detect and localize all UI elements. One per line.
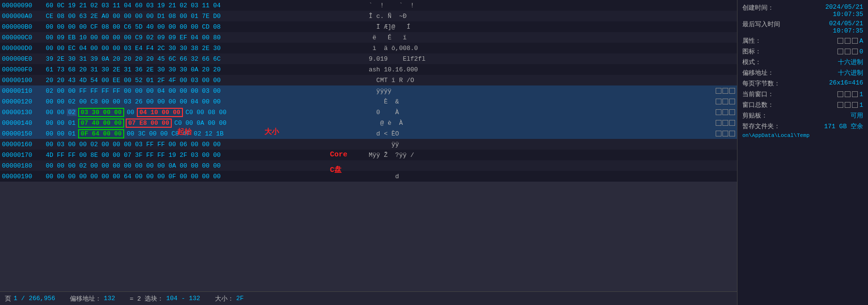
address-cell: 000000C0 bbox=[2, 34, 45, 41]
table-row[interactable]: 000000C00009EB1000000000C9020909EF040080… bbox=[0, 32, 737, 43]
byte-cell: FF bbox=[56, 152, 66, 159]
byte-cell: 00 bbox=[89, 45, 99, 52]
byte-cell: 60 bbox=[45, 2, 54, 9]
byte-cell: 00 bbox=[134, 87, 144, 95]
byte-cell: 00 bbox=[45, 130, 54, 137]
ascii-section bbox=[365, 162, 735, 169]
table-row[interactable]: 000001002020434D5400EE0052012F4F00030000… bbox=[0, 75, 737, 85]
byte-cell: 00 bbox=[201, 98, 211, 105]
address-cell: 00000100 bbox=[2, 77, 45, 84]
table-row[interactable]: 000000B000000000CF0800C65D4000000000CD08… bbox=[0, 21, 737, 32]
byte-cell: 03 bbox=[190, 152, 199, 159]
attr-value: A bbox=[859, 37, 863, 45]
selection-square bbox=[722, 120, 728, 126]
byte-cell: 00 bbox=[102, 119, 112, 127]
table-row[interactable]: 00000160000300000200000003FFFF0006000000… bbox=[0, 139, 737, 150]
table-row[interactable]: 0000012000000200C80000032600000000040000… bbox=[0, 96, 737, 107]
byte-cell: 00 bbox=[56, 23, 66, 31]
byte-cell: 00 bbox=[201, 173, 211, 180]
ascii-section: CMT î R /O bbox=[365, 77, 735, 84]
byte-cell: 38 bbox=[190, 45, 199, 52]
table-row[interactable]: 000001704DFFFF008E0000073FFFFF192F030000… bbox=[0, 150, 737, 160]
byte-cell: 02 bbox=[89, 141, 99, 148]
byte-cell: 00 bbox=[190, 173, 199, 180]
byte-cell: 00 bbox=[190, 87, 199, 95]
byte-cell: 03 bbox=[145, 2, 155, 9]
byte-cell: 00 bbox=[113, 130, 123, 137]
table-row[interactable]: 00000130000002033000000004100000C0000800… bbox=[0, 107, 737, 118]
byte-cell: 0A bbox=[190, 66, 199, 73]
selection-square bbox=[729, 109, 735, 115]
byte-cell: 00 bbox=[218, 119, 228, 127]
red-border-group: 07E80000 bbox=[126, 119, 172, 128]
byte-cell: 02 bbox=[67, 98, 77, 105]
bytes-section: 020000FFFFFFFF000000040000000300 bbox=[45, 87, 365, 95]
bytes-section: 00000200C80000032600000000040000 bbox=[45, 98, 365, 105]
table-row[interactable]: 000000E0392E3031390A20202020456C6632666C… bbox=[0, 53, 737, 64]
selection-square bbox=[729, 88, 735, 94]
table-row[interactable]: 000000F06173682031302E31362E3030300A2020… bbox=[0, 64, 737, 75]
bytes-section: 2020434D5400EE0052012F4F00030000 bbox=[45, 77, 365, 84]
byte-cell: 00 bbox=[212, 98, 222, 105]
bytes-section: 00000000000000640000000F00000000 bbox=[45, 173, 365, 180]
byte-cell: 00 bbox=[67, 13, 77, 20]
byte-cell: 6C bbox=[167, 55, 177, 63]
byte-cell: 00 bbox=[123, 141, 132, 148]
attr-square bbox=[852, 38, 858, 44]
hex-content-area[interactable]: 00000090600C1921020311046003192102031104… bbox=[0, 0, 737, 298]
byte-cell: 00 bbox=[149, 119, 159, 127]
properties-panel: 创建时间： 2024/05/2110:07:35 最后写入时间 024/05/2… bbox=[737, 0, 868, 305]
byte-cell: 00 bbox=[78, 98, 88, 105]
bytes-per-page-row: 每页字节数： 26x16=416 bbox=[742, 79, 863, 88]
byte-cell: 31 bbox=[89, 66, 99, 73]
byte-cell: 00 bbox=[134, 13, 144, 20]
mode-label: 模式： bbox=[742, 58, 781, 67]
byte-cell: 00 bbox=[161, 109, 170, 116]
byte-cell: 66 bbox=[179, 55, 188, 63]
selection-square bbox=[722, 88, 728, 94]
byte-cell: F4 bbox=[145, 45, 155, 52]
ascii-section: ÿÿ bbox=[365, 141, 735, 148]
total-window-square bbox=[845, 102, 851, 108]
byte-cell: 03 bbox=[123, 98, 132, 105]
byte-cell: 00 bbox=[145, 13, 155, 20]
table-row[interactable]: 000001400000010740000007E80000C0000A0000… bbox=[0, 118, 737, 128]
table-row[interactable]: 00000090600C1921020311046003192102031104… bbox=[0, 0, 737, 11]
byte-cell: 00 bbox=[56, 119, 66, 127]
byte-cell: 00 bbox=[167, 23, 177, 31]
byte-cell: 01 bbox=[67, 119, 77, 127]
table-row[interactable]: 000000D00000EC0400000003E4F42C3030382E30… bbox=[0, 43, 737, 53]
table-row[interactable]: 000001500000010F640000003C0000C84F02121B… bbox=[0, 128, 737, 139]
byte-cell: 63 bbox=[78, 13, 88, 20]
byte-cell: 00 bbox=[113, 119, 123, 127]
byte-cell: 3F bbox=[134, 152, 144, 159]
table-row[interactable]: 0000018000000002000000000000000A00000000 bbox=[0, 160, 737, 171]
byte-cell: 00 bbox=[134, 162, 144, 169]
address-cell: 000000A0 bbox=[2, 13, 45, 20]
byte-cell: 21 bbox=[78, 2, 88, 9]
byte-cell: 00 bbox=[67, 141, 77, 148]
byte-cell: 00 bbox=[167, 98, 177, 105]
page-label: 页 bbox=[5, 294, 11, 303]
byte-cell: 04 bbox=[123, 2, 132, 9]
table-row[interactable]: 00000110020000FFFFFFFF000000040000000300… bbox=[0, 85, 737, 96]
mode-row: 模式： 十六进制 bbox=[742, 57, 863, 67]
address-cell: 00000110 bbox=[2, 87, 45, 95]
byte-cell: 32 bbox=[190, 55, 199, 63]
byte-cell: 00 bbox=[78, 141, 88, 148]
byte-cell: 00 bbox=[145, 87, 155, 95]
byte-cell: 00 bbox=[56, 109, 66, 116]
table-row[interactable]: 000000A0CE0800632EA000000000D10800017ED0… bbox=[0, 11, 737, 21]
byte-cell: 19 bbox=[156, 2, 166, 9]
ascii-section: ë É ï bbox=[365, 34, 735, 41]
byte-cell: 02 bbox=[78, 162, 88, 169]
status-bar: 页 1 / 266,956 偏移地址： 132 = 2 选块： 104 - 13… bbox=[0, 291, 737, 305]
bytes-section: 0000010740000007E80000C0000A0000 bbox=[45, 119, 365, 128]
byte-cell: 00 bbox=[212, 87, 222, 95]
byte-cell: 00 bbox=[126, 109, 135, 116]
byte-cell: 00 bbox=[123, 34, 132, 41]
byte-cell: 2E bbox=[112, 66, 121, 73]
byte-cell: FF bbox=[112, 87, 121, 95]
byte-cell: 68 bbox=[67, 66, 77, 73]
table-row[interactable]: 0000019000000000000000640000000F00000000… bbox=[0, 171, 737, 182]
